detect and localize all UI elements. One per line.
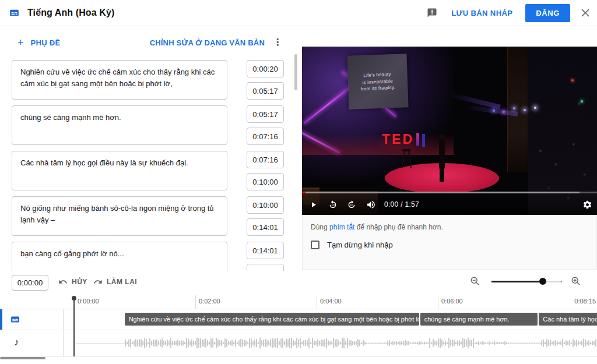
kebab-menu-icon[interactable]: ⋮ [273, 38, 282, 47]
zoom-in-icon[interactable] [571, 276, 581, 289]
add-subtitle-button[interactable]: + PHỤ ĐỀ [17, 37, 60, 48]
audio-track: ♪ [0, 330, 597, 356]
save-draft-button[interactable]: LƯU BẢN NHÁP [447, 5, 517, 21]
edit-as-text-button[interactable]: CHỈNH SỬA Ở DẠNG VĂN BẢN [150, 38, 265, 47]
tips-panel: Dùng phím tắt để nhập phụ đề nhanh hơn. … [302, 215, 597, 270]
spotlight-dot [571, 79, 574, 82]
cue-end-time[interactable]: 0:14:01 [247, 218, 284, 236]
ruler-label: 0:06:00 [441, 298, 463, 305]
redo-icon [93, 277, 103, 287]
volume-icon[interactable] [366, 200, 376, 210]
header-bar: Tiếng Anh (Hoa Kỳ) LƯU BẢN NHÁP ĐĂNG [0, 0, 597, 26]
cue-row: Các nhà tâm lý học gọi điều này là sự kh… [12, 151, 298, 190]
subtitle-text-input[interactable]: Nghiên cứu về việc ức chế cảm xúc cho th… [12, 60, 227, 100]
buffered-segment [302, 192, 580, 193]
ruler-end-label: 0:08:15 [574, 298, 596, 305]
timeline-cue-block[interactable]: Nghiên cứu về việc ức chế cảm xúc cho th… [125, 313, 419, 326]
audio-waveform [0, 330, 597, 356]
publish-button[interactable]: ĐĂNG [525, 4, 570, 22]
timeline-scrollbar[interactable] [0, 357, 45, 359]
subtitle-text-input[interactable]: Nó giống như miếng bánh sô-cô-la ngon mi… [12, 196, 227, 236]
timeline-section: 0:00:00 HỦY LÀM LẠI 0:08:15 0:00:000:02:… [0, 271, 597, 364]
audience-area [528, 47, 597, 215]
zoom-out-icon[interactable] [470, 276, 480, 289]
playhead-handle[interactable] [72, 296, 76, 301]
pause-while-typing-checkbox[interactable] [311, 241, 319, 249]
undo-icon [58, 277, 68, 287]
projection-screen: Life's beauty is inseparable from its fr… [347, 54, 408, 109]
screen-quote: Life's beauty is inseparable from its fr… [360, 70, 396, 93]
player-controls: 10 10 0:00 / 1:57 [302, 194, 597, 215]
active-track-indicator [0, 309, 2, 330]
cue-start-time[interactable]: 0:10:00 [247, 196, 284, 214]
subtitle-text-input[interactable]: chúng sẽ càng mạnh mẽ hơn. [12, 105, 227, 145]
play-button[interactable] [309, 200, 318, 209]
player-panel: Life's beauty is inseparable from its fr… [298, 26, 597, 271]
feedback-icon[interactable] [427, 8, 437, 18]
stage-back-glow [302, 134, 454, 155]
cue-start-time[interactable]: 0:07:16 [247, 151, 284, 168]
time-display: 0:00 / 1:57 [384, 200, 419, 208]
subtitle-text-input[interactable]: Các nhà tâm lý học gọi điều này là sự kh… [12, 151, 227, 190]
video-player[interactable]: Life's beauty is inseparable from its fr… [302, 47, 597, 215]
shortcut-tip: Dùng phím tắt để nhập phụ đề nhanh hơn. [311, 223, 588, 231]
cue-row: chúng sẽ càng mạnh mẽ hơn.0:05:170:07:16 [12, 105, 298, 145]
redo-button[interactable]: LÀM LẠI [93, 277, 137, 287]
close-icon[interactable] [581, 8, 590, 17]
stool [401, 149, 413, 169]
cue-list: Nghiên cứu về việc ức chế cảm xúc cho th… [0, 60, 298, 271]
spotlight-dot [524, 109, 526, 111]
plus-icon: + [17, 37, 24, 48]
subtitle-track: Nghiên cứu về việc ức chế cảm xúc cho th… [0, 309, 597, 330]
timeline-cue-block[interactable]: Các nhà tâm lý học gọi điều này là sự kh… [539, 313, 597, 326]
pause-checkbox-label: Tạm dừng khi nhập [327, 241, 393, 249]
subtitle-panel: + PHỤ ĐỀ CHỈNH SỬA Ở DẠNG VĂN BẢN ⋮ Nghi… [0, 26, 298, 271]
cue-row: Nó giống như miếng bánh sô-cô-la ngon mi… [12, 196, 298, 236]
played-segment [302, 192, 305, 193]
cue-list-scrollbar[interactable] [294, 54, 297, 90]
zoom-slider-thumb[interactable] [539, 278, 546, 285]
track-header-separator [63, 309, 64, 356]
subtitle-text-input[interactable]: bạn càng cố gắng phớt lờ nó... [12, 242, 227, 271]
spotlight-dot [503, 111, 505, 113]
cue-end-time[interactable]: 0:07:16 [247, 128, 284, 145]
ruler-label: 0:02:00 [199, 298, 220, 305]
ruler-tick [195, 295, 196, 309]
cue-start-time[interactable]: 0:05:17 [247, 105, 284, 123]
spotlight-dot [534, 107, 536, 109]
subtitle-panel-header: + PHỤ ĐỀ CHỈNH SỬA Ở DẠNG VĂN BẢN ⋮ [0, 31, 298, 54]
shortcut-link[interactable]: phím tắt [329, 223, 354, 231]
playhead-line [73, 298, 75, 356]
forward-10-icon[interactable]: 10 [347, 200, 356, 209]
ruler-tick [438, 295, 438, 309]
speaker-silhouette [437, 134, 447, 182]
cue-end-time[interactable]: 0:10:00 [247, 173, 284, 190]
spotlight-dot [513, 107, 515, 109]
playhead-time-input[interactable]: 0:00:00 [12, 275, 48, 291]
cue-start-time[interactable]: 0:14:01 [247, 242, 284, 259]
timeline-ruler[interactable]: 0:08:15 0:00:000:02:000:04:000:06:00 [0, 294, 597, 309]
ruler-label: 0:00:00 [78, 298, 99, 305]
svg-text:10: 10 [331, 204, 335, 207]
timeline-cue-block[interactable]: chúng sẽ càng mạnh mẽ hơn. [420, 313, 538, 326]
cue-row: bạn càng cố gắng phớt lờ nó...0:14:01 [12, 242, 298, 271]
ruler-label: 0:04:00 [320, 298, 342, 305]
cue-end-time[interactable] [247, 264, 284, 271]
stage-color-lights [416, 133, 419, 146]
video-progress-bar[interactable] [302, 192, 597, 193]
rewind-10-icon[interactable]: 10 [328, 200, 338, 209]
cue-start-time[interactable]: 0:00:20 [247, 60, 284, 77]
subtitles-icon [8, 8, 20, 17]
page-title: Tiếng Anh (Hoa Kỳ) [27, 8, 114, 18]
undo-button[interactable]: HỦY [58, 277, 87, 287]
cue-blocks-lane: Nghiên cứu về việc ức chế cảm xúc cho th… [64, 309, 597, 330]
spotlight-dot [493, 109, 495, 112]
cue-row: Nghiên cứu về việc ức chế cảm xúc cho th… [12, 60, 298, 100]
zoom-slider[interactable] [491, 278, 561, 285]
ruler-tick [317, 295, 317, 309]
cue-end-time[interactable]: 0:05:17 [247, 82, 284, 100]
svg-text:10: 10 [350, 204, 353, 207]
spotlight-dot [581, 100, 583, 103]
settings-gear-icon[interactable] [582, 200, 592, 210]
subtitle-editor-app: Tiếng Anh (Hoa Kỳ) LƯU BẢN NHÁP ĐĂNG + P… [0, 0, 597, 364]
